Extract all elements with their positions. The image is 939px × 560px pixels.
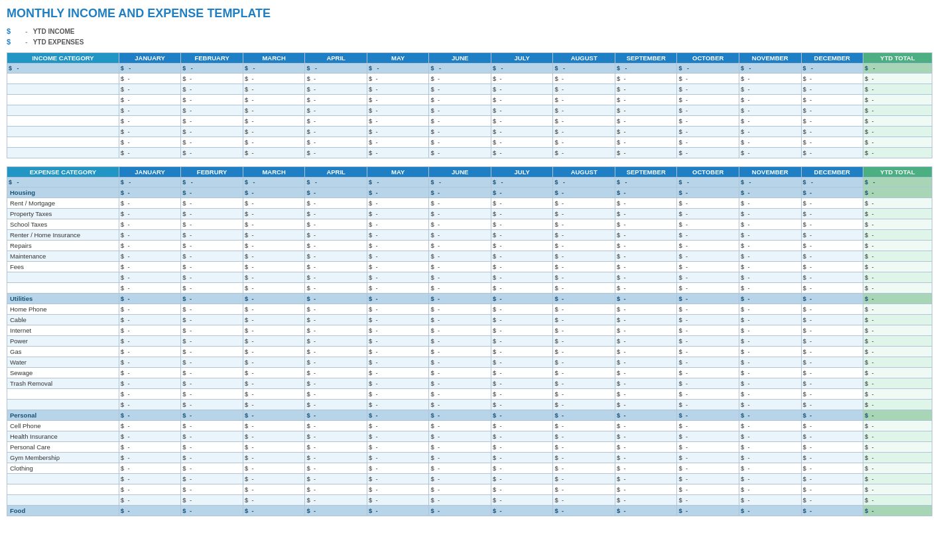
expense-data-cell[interactable]: $ - xyxy=(367,241,429,251)
expense-data-cell[interactable]: $ - xyxy=(181,368,243,378)
expense-data-cell[interactable]: $ - xyxy=(491,495,553,506)
income-data-cell[interactable]: $ - xyxy=(739,148,802,158)
expense-data-cell[interactable]: $ - xyxy=(429,421,491,431)
expense-data-cell[interactable]: $ - xyxy=(243,389,305,400)
expense-data-cell[interactable]: $ - xyxy=(243,442,305,453)
expense-data-cell[interactable]: $ - xyxy=(553,325,615,336)
expense-data-cell[interactable]: $ - xyxy=(243,495,305,506)
expense-item-name[interactable]: Home Phone xyxy=(7,304,119,315)
expense-ytd-cell[interactable]: $ - xyxy=(863,347,932,357)
expense-data-cell[interactable]: $ - xyxy=(305,325,367,336)
expense-data-cell[interactable]: $ - xyxy=(615,431,677,442)
expense-data-cell[interactable]: $ - xyxy=(739,325,802,336)
expense-ytd-cell[interactable]: $ - xyxy=(863,368,932,378)
expense-data-cell[interactable]: $ - xyxy=(305,389,367,400)
expense-data-cell[interactable]: $ - xyxy=(305,304,367,315)
expense-data-cell[interactable]: $ - xyxy=(243,325,305,336)
expense-ytd-cell[interactable]: $ - xyxy=(863,378,932,389)
expense-data-cell[interactable]: $ - xyxy=(367,368,429,378)
expense-data-cell[interactable]: $ - xyxy=(305,442,367,453)
expense-data-cell[interactable]: $ - xyxy=(119,262,181,272)
income-ytd-cell[interactable]: $ - xyxy=(863,127,932,137)
expense-data-cell[interactable]: $ - xyxy=(677,262,739,272)
expense-data-cell[interactable]: $ - xyxy=(739,453,802,463)
income-data-cell[interactable]: $ - xyxy=(677,148,739,158)
income-data-cell[interactable]: $ - xyxy=(491,127,553,137)
expense-data-cell[interactable]: $ - xyxy=(491,209,553,219)
expense-data-cell[interactable]: $ - xyxy=(801,421,863,431)
expense-data-cell[interactable]: $ - xyxy=(553,463,615,474)
income-data-cell[interactable]: $ - xyxy=(615,116,677,127)
expense-data-cell[interactable]: $ - xyxy=(491,378,553,389)
expense-data-cell[interactable]: $ - xyxy=(739,209,802,219)
expense-data-cell[interactable]: $ - xyxy=(677,241,739,251)
expense-data-cell[interactable]: $ - xyxy=(801,209,863,219)
income-data-cell[interactable]: $ - xyxy=(305,105,367,116)
expense-data-cell[interactable]: $ - xyxy=(181,357,243,368)
expense-item-name[interactable]: Cell Phone xyxy=(7,421,119,431)
income-data-cell[interactable]: $ - xyxy=(491,148,553,158)
expense-data-cell[interactable]: $ - xyxy=(119,431,181,442)
expense-ytd-cell[interactable]: $ - xyxy=(863,283,932,294)
expense-data-cell[interactable]: $ - xyxy=(119,463,181,474)
expense-data-cell[interactable]: $ - xyxy=(739,219,802,230)
expense-data-cell[interactable]: $ - xyxy=(615,198,677,209)
expense-data-cell[interactable]: $ - xyxy=(429,315,491,325)
income-data-cell[interactable]: $ - xyxy=(553,84,615,95)
income-data-cell[interactable]: $ - xyxy=(677,127,739,137)
income-data-cell[interactable]: $ - xyxy=(553,148,615,158)
expense-data-cell[interactable]: $ - xyxy=(553,304,615,315)
income-data-cell[interactable]: $ - xyxy=(615,148,677,158)
expense-data-cell[interactable]: $ - xyxy=(243,463,305,474)
expense-data-cell[interactable]: $ - xyxy=(367,251,429,262)
income-data-cell[interactable]: $ - xyxy=(429,148,491,158)
expense-data-cell[interactable]: $ - xyxy=(119,272,181,283)
expense-data-cell[interactable]: $ - xyxy=(553,442,615,453)
expense-data-cell[interactable]: $ - xyxy=(181,336,243,347)
expense-data-cell[interactable]: $ - xyxy=(367,495,429,506)
expense-data-cell[interactable]: $ - xyxy=(553,336,615,347)
expense-ytd-cell[interactable]: $ - xyxy=(863,219,932,230)
expense-data-cell[interactable]: $ - xyxy=(429,262,491,272)
expense-data-cell[interactable]: $ - xyxy=(553,272,615,283)
expense-data-cell[interactable]: $ - xyxy=(739,283,802,294)
expense-data-cell[interactable]: $ - xyxy=(553,474,615,484)
income-cat-cell[interactable] xyxy=(7,74,119,84)
expense-data-cell[interactable]: $ - xyxy=(429,304,491,315)
expense-data-cell[interactable]: $ - xyxy=(243,315,305,325)
expense-data-cell[interactable]: $ - xyxy=(181,272,243,283)
expense-data-cell[interactable]: $ - xyxy=(615,453,677,463)
income-ytd-cell[interactable]: $ - xyxy=(863,148,932,158)
expense-item-name[interactable]: Gym Membership xyxy=(7,453,119,463)
expense-data-cell[interactable]: $ - xyxy=(429,474,491,484)
expense-data-cell[interactable]: $ - xyxy=(615,474,677,484)
expense-data-cell[interactable]: $ - xyxy=(491,421,553,431)
expense-data-cell[interactable]: $ - xyxy=(491,251,553,262)
expense-data-cell[interactable]: $ - xyxy=(491,262,553,272)
expense-item-name[interactable]: Sewage xyxy=(7,368,119,378)
expense-data-cell[interactable]: $ - xyxy=(181,421,243,431)
expense-data-cell[interactable]: $ - xyxy=(553,484,615,495)
income-data-cell[interactable]: $ - xyxy=(181,116,243,127)
expense-data-cell[interactable]: $ - xyxy=(491,357,553,368)
expense-data-cell[interactable]: $ - xyxy=(305,463,367,474)
expense-item-name[interactable] xyxy=(7,474,119,484)
expense-data-cell[interactable]: $ - xyxy=(305,283,367,294)
expense-data-cell[interactable]: $ - xyxy=(243,304,305,315)
expense-data-cell[interactable]: $ - xyxy=(305,431,367,442)
expense-data-cell[interactable]: $ - xyxy=(491,315,553,325)
expense-item-name[interactable]: Power xyxy=(7,336,119,347)
expense-data-cell[interactable]: $ - xyxy=(739,421,802,431)
income-data-cell[interactable]: $ - xyxy=(491,105,553,116)
income-data-cell[interactable]: $ - xyxy=(801,127,863,137)
expense-data-cell[interactable]: $ - xyxy=(553,368,615,378)
income-data-cell[interactable]: $ - xyxy=(801,116,863,127)
expense-item-name[interactable] xyxy=(7,495,119,506)
income-data-cell[interactable]: $ - xyxy=(615,74,677,84)
income-cat-cell[interactable] xyxy=(7,148,119,158)
expense-data-cell[interactable]: $ - xyxy=(429,442,491,453)
expense-data-cell[interactable]: $ - xyxy=(429,209,491,219)
expense-data-cell[interactable]: $ - xyxy=(243,272,305,283)
expense-data-cell[interactable]: $ - xyxy=(119,495,181,506)
expense-data-cell[interactable]: $ - xyxy=(429,198,491,209)
